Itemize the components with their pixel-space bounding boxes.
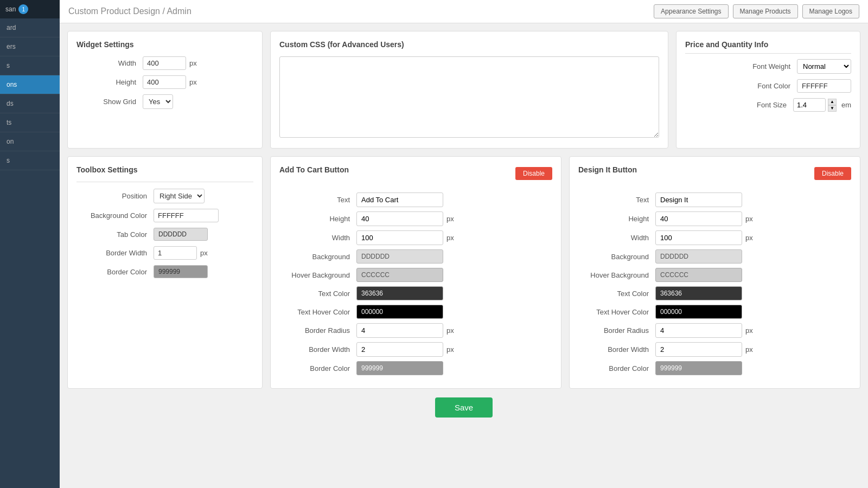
bg-color-row: Background Color xyxy=(76,209,253,222)
atc-border-color-label: Border Color xyxy=(279,364,350,373)
sidebar-item-ts[interactable]: ts xyxy=(0,113,60,132)
di-text-color-swatch[interactable]: 363636 xyxy=(655,286,742,300)
atc-border-color-swatch-wrap: 999999 xyxy=(356,361,443,375)
di-width-input[interactable] xyxy=(655,230,742,245)
sidebar-brand: san xyxy=(5,5,16,13)
di-text-hover-swatch[interactable]: 000000 xyxy=(655,305,742,319)
di-border-width-label: Border Width xyxy=(578,345,649,354)
di-border-width-px: px xyxy=(745,345,753,354)
font-color-row: Font Color FFFFFF xyxy=(685,79,851,93)
sidebar: san 1 ard ers s ons ds ts on s xyxy=(0,0,60,488)
di-border-color-swatch[interactable]: 999999 xyxy=(655,361,742,375)
font-color-value[interactable]: FFFFFF xyxy=(797,79,851,93)
di-border-radius-label: Border Radius xyxy=(578,326,649,335)
di-border-width-input[interactable] xyxy=(655,342,742,357)
width-input[interactable] xyxy=(143,56,186,70)
di-height-input[interactable] xyxy=(655,211,742,226)
width-px: px xyxy=(189,59,197,67)
di-hover-bg-swatch[interactable]: CCCCCC xyxy=(655,268,742,282)
font-size-down[interactable]: ▼ xyxy=(828,105,837,112)
atc-width-label: Width xyxy=(279,234,350,242)
height-row: Height px xyxy=(76,75,253,89)
tab-color-row: Tab Color DDDDDD xyxy=(76,228,253,241)
atc-text-label: Text xyxy=(279,196,350,204)
manage-logos-button[interactable]: Manage Logos xyxy=(802,4,859,18)
atc-border-radius-px: px xyxy=(446,326,454,335)
sidebar-item-s2[interactable]: s xyxy=(0,151,60,170)
atc-bg-swatch-wrap: DDDDDD xyxy=(356,249,443,264)
atc-hover-bg-swatch[interactable]: CCCCCC xyxy=(356,268,443,282)
position-select[interactable]: Right Side Left Side Top Bottom xyxy=(154,189,205,203)
atc-height-input[interactable] xyxy=(356,211,443,226)
atc-height-label: Height xyxy=(279,215,350,223)
di-height-row: Height px xyxy=(578,211,851,226)
manage-products-button[interactable]: Manage Products xyxy=(733,4,798,18)
atc-border-width-label: Border Width xyxy=(279,345,350,354)
show-grid-select[interactable]: Yes No xyxy=(143,94,173,109)
sidebar-item-ds[interactable]: ds xyxy=(0,94,60,113)
border-color-swatch[interactable]: 999999 xyxy=(154,265,208,278)
save-button[interactable]: Save xyxy=(435,397,493,418)
design-it-disable-button[interactable]: Disable xyxy=(814,167,851,180)
border-width-input[interactable] xyxy=(154,246,197,260)
atc-border-radius-row: Border Radius px xyxy=(279,323,552,338)
atc-width-input[interactable] xyxy=(356,230,443,245)
show-grid-label: Show Grid xyxy=(76,98,136,106)
tab-color-swatch[interactable]: DDDDDD xyxy=(154,228,208,241)
atc-border-radius-label: Border Radius xyxy=(279,326,350,335)
atc-text-hover-row: Text Hover Color 000000 xyxy=(279,305,552,319)
atc-bg-swatch[interactable]: DDDDDD xyxy=(356,249,443,264)
di-width-px: px xyxy=(745,234,753,242)
di-bg-swatch[interactable]: DDDDDD xyxy=(655,249,742,264)
show-grid-row: Show Grid Yes No xyxy=(76,94,253,109)
di-text-label: Text xyxy=(578,196,649,204)
font-size-unit: em xyxy=(841,101,851,109)
atc-text-row: Text xyxy=(279,192,552,207)
sidebar-item-ons[interactable]: ons xyxy=(0,75,60,94)
font-color-label: Font Color xyxy=(742,82,790,90)
sidebar-item-s1[interactable]: s xyxy=(0,56,60,75)
atc-hover-bg-label: Hover Background xyxy=(279,271,350,279)
font-size-up[interactable]: ▲ xyxy=(828,99,837,105)
atc-border-width-input[interactable] xyxy=(356,342,443,357)
appearance-settings-button[interactable]: Appearance Settings xyxy=(654,4,728,18)
atc-text-color-label: Text Color xyxy=(279,290,350,298)
atc-border-color-swatch[interactable]: 999999 xyxy=(356,361,443,375)
di-border-radius-input[interactable] xyxy=(655,323,742,338)
atc-border-width-row: Border Width px xyxy=(279,342,552,357)
bg-color-input[interactable] xyxy=(154,209,219,222)
add-to-cart-disable-button[interactable]: Disable xyxy=(515,167,552,180)
atc-hover-bg-swatch-wrap: CCCCCC xyxy=(356,268,443,282)
atc-text-hover-swatch[interactable]: 000000 xyxy=(356,305,443,319)
toolbox-divider xyxy=(76,182,253,182)
di-text-color-swatch-wrap: 363636 xyxy=(655,286,742,300)
di-bg-label: Background xyxy=(578,253,649,261)
border-width-row: Border Width px xyxy=(76,246,253,260)
custom-css-textarea[interactable] xyxy=(279,56,659,138)
add-to-cart-header: Add To Cart Button Disable xyxy=(279,165,552,186)
bg-color-label: Background Color xyxy=(76,211,147,220)
add-to-cart-title: Add To Cart Button xyxy=(279,165,349,174)
di-hover-bg-row: Hover Background CCCCCC xyxy=(578,268,851,282)
di-hover-bg-label: Hover Background xyxy=(578,271,649,279)
atc-width-row: Width px xyxy=(279,230,552,245)
height-input[interactable] xyxy=(143,75,186,89)
sidebar-item-ers[interactable]: ers xyxy=(0,37,60,56)
di-text-input[interactable] xyxy=(655,192,742,207)
di-width-row: Width px xyxy=(578,230,851,245)
sidebar-item-ard[interactable]: ard xyxy=(0,18,60,37)
font-weight-select[interactable]: Normal Bold Lighter xyxy=(797,59,851,74)
atc-width-px: px xyxy=(446,234,454,242)
di-text-color-row: Text Color 363636 xyxy=(578,286,851,300)
design-it-header: Design It Button Disable xyxy=(578,165,851,186)
font-size-input[interactable] xyxy=(793,98,826,112)
row-2: Toolbox Settings Position Right Side Lef… xyxy=(67,156,860,389)
atc-border-radius-input[interactable] xyxy=(356,323,443,338)
atc-text-color-swatch[interactable]: 363636 xyxy=(356,286,443,300)
save-area: Save xyxy=(67,389,860,423)
di-text-hover-label: Text Hover Color xyxy=(578,308,649,316)
border-width-label: Border Width xyxy=(76,249,147,257)
sidebar-item-on[interactable]: on xyxy=(0,132,60,151)
atc-text-input[interactable] xyxy=(356,192,443,207)
atc-hover-bg-row: Hover Background CCCCCC xyxy=(279,268,552,282)
